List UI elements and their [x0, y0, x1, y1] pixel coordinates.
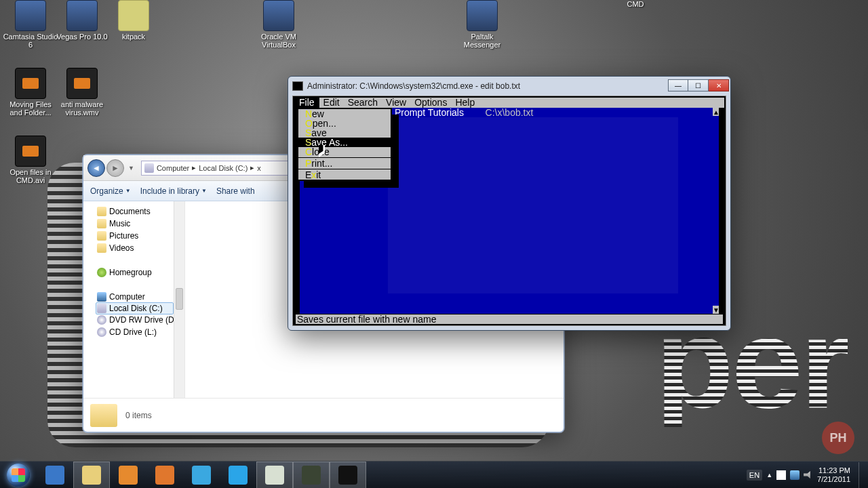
menu-item[interactable]: Exit — [298, 170, 391, 180]
folder-icon — [97, 207, 106, 216]
tree-item[interactable]: Videos — [83, 242, 184, 254]
tree-scrollbar[interactable] — [174, 201, 184, 398]
app-icon — [467, 0, 498, 31]
icon-label: Moving Files and Folder... — [3, 100, 58, 117]
desktop-icon[interactable]: Moving Files and Folder... — [3, 68, 58, 117]
tree-computer[interactable]: Computer — [83, 291, 184, 303]
breadcrumb-seg[interactable]: x — [257, 164, 261, 172]
taskbar-notepad[interactable] — [256, 462, 293, 489]
minimize-button[interactable]: — — [668, 79, 688, 92]
desktop-icon[interactable]: Paltalk Messenger — [454, 0, 510, 49]
computer-icon — [144, 163, 154, 173]
watermark-badge: PH — [822, 422, 854, 454]
desktop-icon[interactable]: Vegas Pro 10.0 — [54, 0, 110, 41]
icon-label: Oracle VM VirtualBox — [251, 33, 307, 49]
flag-icon[interactable] — [776, 470, 786, 480]
desktop-icon[interactable]: Oracle VM VirtualBox — [251, 0, 307, 49]
menu-item[interactable]: New — [298, 109, 391, 119]
system-tray[interactable]: EN ▲ 11:23 PM 7/21/2011 — [747, 462, 868, 488]
cmd-titlebar[interactable]: Administrator: C:\Windows\system32\cmd.e… — [288, 77, 730, 96]
taskbar-skype[interactable] — [220, 462, 256, 489]
cmd-icon[interactable] — [292, 81, 303, 91]
file-menu-dropdown[interactable]: New Open... Save Save As... Close Print.… — [297, 108, 392, 181]
item-count: 0 items — [125, 411, 152, 420]
menu-item[interactable]: Close — [298, 147, 391, 157]
lang-indicator[interactable]: EN — [747, 470, 762, 481]
drive-icon — [97, 327, 106, 337]
tree-drive[interactable]: CD Drive (L:) — [83, 326, 184, 338]
tree-item[interactable]: Pictures — [83, 230, 184, 242]
menu-edit[interactable]: Edit — [319, 98, 344, 108]
vid-icon — [15, 136, 46, 167]
share-menu[interactable]: Share with — [216, 186, 255, 196]
chevron-down-icon[interactable]: ▼ — [128, 165, 134, 171]
nav-back-button[interactable]: ◄ — [87, 159, 105, 177]
drive-icon — [97, 304, 106, 313]
tree-item[interactable]: Music — [83, 218, 184, 230]
folder-icon — [118, 0, 149, 31]
taskbar-firefox[interactable] — [146, 462, 183, 489]
tree-item[interactable]: Documents — [83, 205, 184, 218]
volume-icon[interactable] — [804, 470, 813, 480]
app-icon — [15, 0, 46, 31]
menu-file[interactable]: File — [294, 98, 319, 108]
desktop-icon[interactable]: Open files in CMD.avi — [3, 136, 58, 184]
taskbar-explorer[interactable] — [73, 462, 110, 489]
taskbar-wmp[interactable] — [110, 462, 146, 489]
scroll-down-icon[interactable]: ▼ — [713, 306, 719, 314]
taskbar-itunes[interactable] — [183, 462, 220, 489]
tree-homegroup[interactable]: Homegroup — [83, 266, 184, 279]
desktop-icon[interactable]: anti malware virus.wmv — [54, 68, 110, 117]
close-button[interactable]: ✕ — [709, 79, 729, 92]
show-desktop-button[interactable] — [859, 462, 865, 488]
taskbar[interactable]: EN ▲ 11:23 PM 7/21/2011 — [0, 461, 868, 488]
menu-view[interactable]: View — [382, 98, 410, 108]
computer-icon — [97, 292, 106, 302]
tray-chevron-icon[interactable]: ▲ — [766, 472, 772, 479]
vid-icon — [15, 68, 46, 99]
camtasia-icon — [302, 466, 321, 485]
folder-icon — [90, 404, 117, 427]
icon-label: Paltalk Messenger — [454, 33, 510, 49]
menu-help[interactable]: Help — [451, 98, 479, 108]
nav-forward-button[interactable]: ► — [106, 159, 124, 177]
organize-menu[interactable]: Organize▼ — [90, 186, 131, 196]
breadcrumb-seg[interactable]: Local Disk (C:) — [199, 164, 248, 172]
skype-icon — [229, 466, 248, 485]
cmd-icon — [338, 466, 357, 485]
tray-clock[interactable]: 11:23 PM 7/21/2011 — [817, 466, 850, 484]
menu-options[interactable]: Options — [410, 98, 451, 108]
desktop-icon[interactable]: CMD — [608, 0, 663, 8]
start-button[interactable] — [0, 462, 37, 489]
menu-item[interactable]: Save — [298, 128, 391, 138]
include-menu[interactable]: Include in library▼ — [140, 186, 207, 196]
doc-content: Prompt Tutorials — [395, 108, 464, 117]
cmd-window[interactable]: Administrator: C:\Windows\system32\cmd.e… — [288, 76, 731, 331]
breadcrumb-seg[interactable]: Computer — [157, 164, 189, 172]
explorer-icon — [82, 466, 101, 485]
windows-orb-icon — [7, 464, 30, 487]
taskbar-camtasia[interactable] — [293, 462, 330, 489]
menu-item[interactable]: Save As... — [298, 138, 391, 147]
explorer-statusbar: 0 items — [83, 398, 564, 432]
notepad-icon — [265, 466, 284, 485]
tree-drive[interactable]: DVD RW Drive (D — [83, 314, 184, 326]
tree-drive[interactable]: Local Disk (C:) — [96, 302, 174, 314]
icon-label: anti malware virus.wmv — [54, 100, 110, 117]
taskbar-ie[interactable] — [37, 462, 73, 489]
menu-item[interactable]: Open... — [298, 119, 391, 128]
taskbar-cmd[interactable] — [330, 462, 366, 489]
homegroup-icon — [97, 268, 106, 277]
nav-tree[interactable]: DocumentsMusicPicturesVideos Homegroup C… — [83, 201, 185, 398]
editor-scrollbar[interactable]: ▲ ▼ — [713, 108, 719, 314]
scroll-up-icon[interactable]: ▲ — [713, 108, 719, 116]
wmp-icon — [119, 466, 138, 485]
desktop-icon[interactable]: kitpack — [106, 0, 161, 41]
desktop-icon[interactable]: Camtasia Studio 6 — [3, 0, 58, 49]
menu-item[interactable]: Print... — [298, 159, 391, 168]
icon-label: Vegas Pro 10.0 — [54, 33, 110, 41]
edit-menubar[interactable]: File Edit Search View Options Help — [294, 98, 724, 108]
menu-search[interactable]: Search — [344, 98, 382, 108]
maximize-button[interactable]: ☐ — [688, 79, 709, 92]
network-icon[interactable] — [790, 470, 800, 480]
